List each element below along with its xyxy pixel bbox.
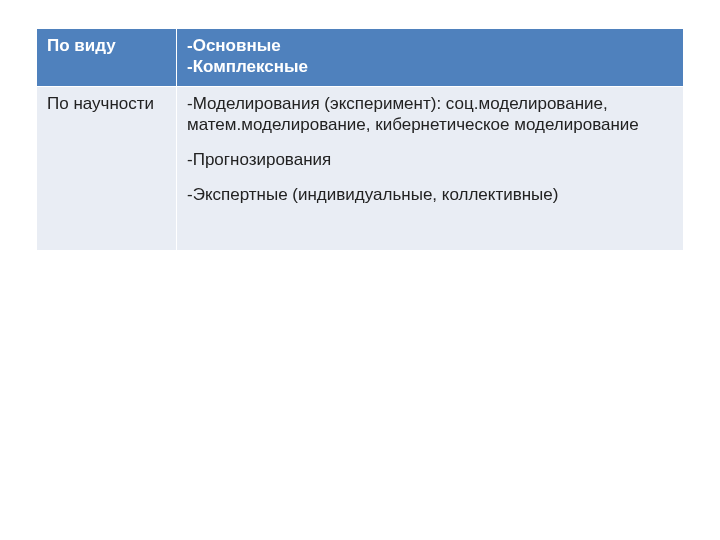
row1-col1: По научности bbox=[37, 86, 177, 250]
slide: По виду -Основные -Комплексные По научно… bbox=[0, 0, 720, 540]
table-header-row: По виду -Основные -Комплексные bbox=[37, 29, 684, 87]
classification-table: По виду -Основные -Комплексные По научно… bbox=[36, 28, 684, 251]
header-cell-col1: По виду bbox=[37, 29, 177, 87]
header-col2-line2: -Комплексные bbox=[187, 56, 673, 77]
row1-col2: -Моделирования (эксперимент): соц.модели… bbox=[177, 86, 684, 250]
row1-block3: -Экспертные (индивидуальные, коллективны… bbox=[187, 184, 673, 205]
table-row: По научности -Моделирования (эксперимент… bbox=[37, 86, 684, 250]
spacer bbox=[187, 135, 673, 149]
header-cell-col2: -Основные -Комплексные bbox=[177, 29, 684, 87]
row1-block1: -Моделирования (эксперимент): соц.модели… bbox=[187, 93, 673, 136]
header-col1-text: По виду bbox=[47, 36, 116, 55]
spacer bbox=[187, 170, 673, 184]
row1-block2: -Прогнозирования bbox=[187, 149, 673, 170]
row1-col1-text: По научности bbox=[47, 94, 154, 113]
header-col2-line1: -Основные bbox=[187, 35, 673, 56]
